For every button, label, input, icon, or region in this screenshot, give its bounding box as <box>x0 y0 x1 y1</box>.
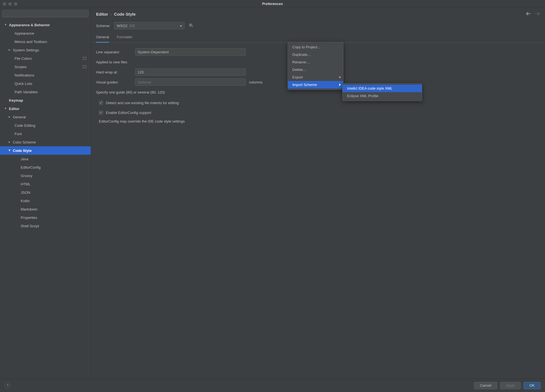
chevron-down-icon <box>180 24 182 28</box>
window-controls <box>0 2 17 6</box>
menu-delete[interactable]: Delete… <box>288 66 343 73</box>
sidebar-item-keymap[interactable]: Keymap <box>0 96 91 104</box>
sidebar-item-notifications[interactable]: Notifications <box>0 71 91 79</box>
scheme-value: WSO2 <box>117 24 127 28</box>
breadcrumb-leaf: Code Style <box>114 12 136 16</box>
sidebar-item-editor[interactable]: Editor <box>0 104 91 113</box>
minimize-icon[interactable] <box>8 2 12 6</box>
chevron-right-icon <box>339 83 341 87</box>
sidebar: Appearance & Behavior Appearance Menus a… <box>0 8 91 379</box>
search-input[interactable] <box>2 10 89 17</box>
gear-icon[interactable] <box>188 23 193 29</box>
import-scheme-submenu: IntelliJ IDEA code style XML Eclipse XML… <box>342 83 422 101</box>
apply-button[interactable]: Apply <box>500 382 521 389</box>
breadcrumb-root[interactable]: Editor <box>96 12 108 16</box>
scheme-select[interactable]: WSO2 IDE <box>114 22 185 29</box>
sidebar-item-color-scheme[interactable]: Color Scheme <box>0 138 91 146</box>
sidebar-item-groovy[interactable]: Groovy <box>0 171 91 180</box>
scheme-scope: IDE <box>129 24 135 28</box>
svg-point-2 <box>190 24 192 26</box>
sidebar-item-appearance-behavior[interactable]: Appearance & Behavior <box>0 21 91 29</box>
sidebar-item-code-style[interactable]: Code Style <box>0 146 91 155</box>
sidebar-item-java[interactable]: Java <box>0 155 91 163</box>
sidebar-item-path-variables[interactable]: Path Variables <box>0 88 91 96</box>
sidebar-item-file-colors[interactable]: File Colors <box>0 54 91 63</box>
footer: ? Cancel Apply OK <box>0 379 545 392</box>
main-panel: Editor › Code Style Scheme: WSO2 IDE Gen… <box>91 8 545 379</box>
visual-guides-placeholder: Optional <box>138 80 151 84</box>
sidebar-item-system-settings[interactable]: System Settings <box>0 46 91 54</box>
sidebar-item-markdown[interactable]: Markdown <box>0 205 91 213</box>
sidebar-item-scopes[interactable]: Scopes <box>0 63 91 71</box>
forward-icon <box>535 12 540 16</box>
visual-guides-label: Visual guides: <box>96 80 135 84</box>
scheme-actions-popup: Copy to Project… Duplicate… Rename… Dele… <box>288 42 343 90</box>
menu-rename[interactable]: Rename… <box>288 58 343 66</box>
sidebar-item-properties[interactable]: Properties <box>0 213 91 222</box>
breadcrumb: Editor › Code Style <box>91 8 545 18</box>
settings-tree: Appearance & Behavior Appearance Menus a… <box>0 20 91 379</box>
menu-import-scheme[interactable]: Import Scheme <box>288 81 343 89</box>
menu-eclipse-xml[interactable]: Eclipse XML Profile <box>343 92 422 100</box>
sidebar-item-editorconfig[interactable]: EditorConfig <box>0 163 91 171</box>
editorconfig-hint: EditorConfig may override the IDE code s… <box>99 119 540 123</box>
help-icon[interactable]: ? <box>4 383 11 389</box>
chevron-right-icon: › <box>110 12 112 16</box>
tab-formatter[interactable]: Formatter <box>117 33 132 43</box>
cancel-button[interactable]: Cancel <box>474 382 497 389</box>
line-separator-select[interactable]: System-Dependent <box>135 48 246 56</box>
sidebar-item-kotlin[interactable]: Kotlin <box>0 197 91 205</box>
detect-indents-row[interactable]: Detect and use existing file indents for… <box>99 101 540 105</box>
project-badge-icon <box>83 65 86 68</box>
line-separator-value: System-Dependent <box>138 50 169 54</box>
menu-export[interactable]: Export <box>288 73 343 81</box>
chevron-right-icon <box>339 75 341 79</box>
hard-wrap-input[interactable]: 120 <box>135 68 246 76</box>
sidebar-item-json[interactable]: JSON <box>0 188 91 197</box>
editorconfig-label: Enable EditorConfig support <box>106 111 151 115</box>
sidebar-item-code-editing[interactable]: Code Editing <box>0 121 91 130</box>
line-separator-label: Line separator: <box>96 50 135 54</box>
zoom-icon[interactable] <box>14 2 17 6</box>
ok-button[interactable]: OK <box>524 382 541 389</box>
sidebar-item-appearance[interactable]: Appearance <box>0 29 91 37</box>
close-icon[interactable] <box>3 2 6 6</box>
menu-duplicate[interactable]: Duplicate… <box>288 51 343 58</box>
hard-wrap-value: 120 <box>138 70 144 74</box>
menu-intellij-xml[interactable]: IntelliJ IDEA code style XML <box>343 85 422 92</box>
sidebar-item-general[interactable]: General <box>0 113 91 121</box>
editorconfig-row[interactable]: Enable EditorConfig support <box>99 111 540 115</box>
tabs: General Formatter <box>91 33 545 43</box>
project-badge-icon <box>83 57 86 60</box>
sidebar-item-html[interactable]: HTML <box>0 180 91 188</box>
sidebar-item-font[interactable]: Font <box>0 130 91 138</box>
visual-guides-unit: columns <box>249 80 262 84</box>
checkbox-checked-icon[interactable] <box>99 111 103 115</box>
sidebar-item-quick-lists[interactable]: Quick Lists <box>0 79 91 88</box>
window-title: Preferences <box>262 2 283 6</box>
scheme-label: Scheme: <box>96 24 110 28</box>
tab-general[interactable]: General <box>96 33 109 43</box>
title-bar: Preferences <box>0 0 545 8</box>
sidebar-item-menus-toolbars[interactable]: Menus and Toolbars <box>0 37 91 46</box>
checkbox-checked-icon[interactable] <box>99 101 103 105</box>
hard-wrap-label: Hard wrap at: <box>96 70 135 74</box>
visual-guides-input[interactable]: Optional <box>135 78 246 86</box>
detect-indents-label: Detect and use existing file indents for… <box>106 101 179 105</box>
sidebar-item-shell-script[interactable]: Shell Script <box>0 222 91 230</box>
menu-copy-to-project[interactable]: Copy to Project… <box>288 43 343 51</box>
back-icon[interactable] <box>526 12 531 16</box>
